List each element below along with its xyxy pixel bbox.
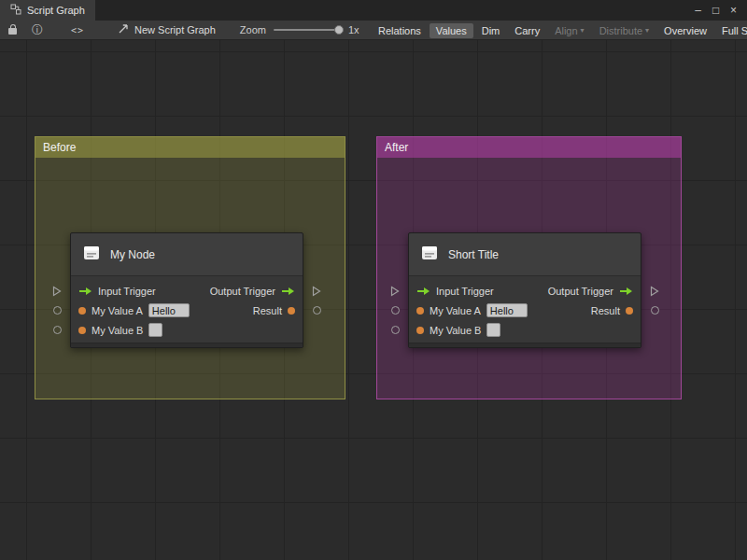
port-row: My Value A Result: [409, 301, 641, 320]
value-input-port-icon[interactable]: [416, 327, 424, 334]
flow-output-port-icon[interactable]: [281, 287, 295, 296]
maximize-icon[interactable]: □: [707, 0, 725, 21]
graph-name: New Script Graph: [134, 24, 216, 35]
script-graph-icon: [10, 4, 21, 17]
flow-output-port-icon[interactable]: [619, 287, 633, 296]
group-title: After: [385, 141, 408, 154]
port-label: My Value A: [430, 305, 481, 316]
port-label: My Value B: [92, 325, 143, 336]
port-label: Input Trigger: [98, 286, 156, 297]
zoom-label: Zoom: [240, 24, 266, 35]
graph-arrow-icon: [118, 23, 129, 36]
port-row: Input Trigger Output Trigger: [71, 281, 303, 301]
node-header[interactable]: My Node: [71, 233, 303, 276]
group-before-header[interactable]: Before: [35, 137, 345, 158]
node-title: My Node: [110, 248, 155, 261]
node-body: Input Trigger Output Trigger My Value A …: [409, 276, 641, 343]
port-row: My Value B: [409, 320, 641, 340]
external-value-input-port[interactable]: [53, 306, 62, 315]
flow-input-port-icon[interactable]: [78, 287, 92, 296]
relations-button[interactable]: Relations: [372, 23, 428, 38]
port-label: Result: [591, 305, 620, 316]
zoom-slider[interactable]: [274, 29, 341, 31]
port-row: My Value A Result: [71, 301, 303, 320]
unit-icon: [81, 243, 102, 267]
value-output-port-icon[interactable]: [626, 307, 633, 315]
port-label: Output Trigger: [548, 286, 613, 297]
port-row: My Value B: [71, 320, 303, 340]
external-flow-output-port[interactable]: [650, 286, 659, 297]
value-b-field[interactable]: [486, 323, 500, 337]
align-button[interactable]: Align▾: [548, 23, 590, 38]
port-label: My Value A: [92, 305, 143, 316]
zoom-value: 1x: [348, 24, 359, 35]
external-flow-output-port[interactable]: [312, 286, 321, 297]
node-short-title[interactable]: Short Title Input Trigger Output Trigger: [408, 232, 641, 348]
external-flow-input-port[interactable]: [52, 286, 62, 297]
zoom-slider-knob[interactable]: [334, 25, 344, 35]
titlebar: Script Graph – □ ×: [0, 0, 747, 21]
code-icon[interactable]: <>: [71, 25, 84, 35]
graph-breadcrumb[interactable]: New Script Graph: [118, 23, 216, 36]
node-title: Short Title: [448, 248, 499, 261]
group-after-header[interactable]: After: [377, 137, 681, 158]
external-value-input-port[interactable]: [391, 306, 400, 315]
chevron-down-icon: ▾: [581, 27, 585, 35]
port-label: Result: [253, 305, 282, 316]
node-header[interactable]: Short Title: [409, 233, 641, 276]
flow-input-port-icon[interactable]: [416, 287, 430, 296]
value-a-field[interactable]: [148, 303, 190, 317]
toolbar-buttons: Relations Values Dim Carry Align▾ Distri…: [371, 21, 747, 40]
external-value-output-port[interactable]: [651, 306, 659, 315]
minimize-icon[interactable]: –: [689, 0, 707, 21]
value-input-port-icon[interactable]: [78, 327, 86, 334]
external-flow-input-port[interactable]: [390, 286, 400, 297]
zoom-control: Zoom 1x: [240, 24, 359, 35]
toolbar: ⓘ <> New Script Graph Zoom 1x Relations …: [0, 21, 747, 40]
port-label: My Value B: [430, 325, 481, 336]
value-output-port-icon[interactable]: [288, 307, 295, 315]
node-my-node[interactable]: My Node Input Trigger Output Trigger: [70, 232, 303, 348]
node-body: Input Trigger Output Trigger My Value A …: [71, 276, 303, 343]
fullscreen-button[interactable]: Full Screen: [715, 23, 747, 38]
close-icon[interactable]: ×: [725, 0, 742, 21]
tab-script-graph[interactable]: Script Graph: [0, 0, 95, 21]
overview-button[interactable]: Overview: [657, 23, 713, 38]
external-value-output-port[interactable]: [313, 306, 321, 315]
window-controls: – □ ×: [689, 0, 747, 21]
value-a-field[interactable]: [486, 303, 528, 317]
value-input-port-icon[interactable]: [78, 307, 86, 315]
port-label: Output Trigger: [210, 286, 275, 297]
external-value-input-port[interactable]: [53, 326, 62, 334]
external-value-input-port[interactable]: [391, 326, 400, 334]
values-button[interactable]: Values: [430, 23, 473, 38]
group-title: Before: [43, 141, 76, 154]
graph-canvas[interactable]: Before After My Node Input Trigger: [0, 40, 747, 560]
value-b-field[interactable]: [148, 323, 162, 337]
tab-label: Script Graph: [27, 5, 85, 16]
dim-button[interactable]: Dim: [475, 23, 507, 38]
node-footer: [71, 343, 303, 347]
lock-icon[interactable]: [0, 21, 24, 39]
unit-icon: [419, 243, 440, 267]
distribute-button[interactable]: Distribute▾: [593, 23, 655, 38]
node-footer: [409, 343, 641, 347]
port-row: Input Trigger Output Trigger: [409, 281, 641, 301]
info-icon[interactable]: ⓘ: [32, 21, 43, 39]
value-input-port-icon[interactable]: [416, 307, 424, 315]
carry-button[interactable]: Carry: [508, 23, 546, 38]
port-label: Input Trigger: [436, 286, 494, 297]
chevron-down-icon: ▾: [645, 27, 649, 35]
